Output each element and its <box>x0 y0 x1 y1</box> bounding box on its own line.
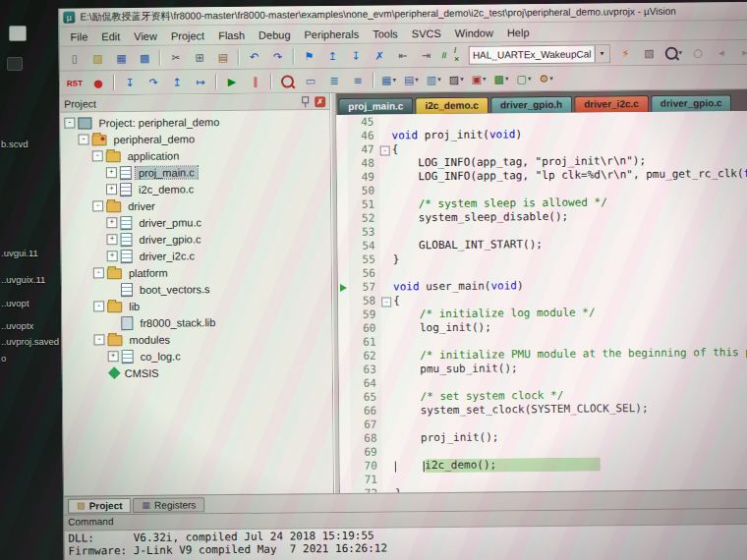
chevron-down-icon[interactable]: ▾ <box>594 45 608 62</box>
chevron-down-icon[interactable]: ▾ <box>483 76 487 84</box>
desktop-item-label[interactable]: .uvgui.11 <box>1 248 38 258</box>
menu-edit[interactable]: Edit <box>94 28 127 44</box>
menu-debug[interactable]: Debug <box>252 27 298 42</box>
collapse-icon[interactable]: - <box>64 118 75 129</box>
expand-icon[interactable]: + <box>106 234 117 245</box>
collapse-icon[interactable]: - <box>93 267 104 278</box>
expand-icon[interactable]: + <box>108 351 119 362</box>
desktop-file-icon[interactable] <box>9 26 27 41</box>
project-tree[interactable]: -Project: peripheral_demo-peripheral_dem… <box>60 110 333 496</box>
menu-peripherals[interactable]: Peripherals <box>297 26 366 42</box>
run-to-cursor-icon[interactable]: ↦ <box>190 72 211 92</box>
redo-icon[interactable]: ↷ <box>267 46 289 67</box>
stop-debug-icon[interactable]: ● <box>87 73 109 93</box>
collapse-icon[interactable]: - <box>93 301 104 311</box>
command-output[interactable]: DLL: V6.32i, compiled Jul 24 2018 15:19:… <box>64 525 747 560</box>
expand-icon[interactable]: + <box>106 217 117 228</box>
command-window-icon[interactable]: ▭ <box>300 71 321 91</box>
close-icon[interactable]: ✗ <box>315 96 325 107</box>
pin-icon[interactable] <box>301 96 311 106</box>
toolbox-icon[interactable]: ⚙▾ <box>536 68 556 88</box>
chevron-down-icon[interactable]: ▾ <box>415 76 419 84</box>
serial-window-icon[interactable]: ▥▾ <box>424 69 444 89</box>
reset-icon[interactable]: RST <box>64 73 86 93</box>
tree-item-cmsis[interactable]: CMSIS <box>63 363 332 382</box>
memory-window-icon[interactable]: ▤▾ <box>401 70 422 90</box>
target-options-icon[interactable]: ▧ <box>638 42 660 63</box>
system-viewer-icon[interactable]: ▩▾ <box>490 69 511 89</box>
collapse-icon[interactable]: - <box>92 200 103 211</box>
save-icon[interactable]: ▦ <box>110 48 132 69</box>
restore-views-icon[interactable]: ▢▾ <box>513 69 534 89</box>
menu-window[interactable]: Window <box>448 25 500 41</box>
paste-icon[interactable]: ▤ <box>212 47 234 68</box>
chevron-down-icon[interactable]: ▾ <box>460 76 464 84</box>
editor-tab-i2c-demo-c[interactable]: i2c_demo.c <box>415 97 488 115</box>
desktop-item-label[interactable]: ..uvguix.11 <box>1 274 45 285</box>
outdent-icon[interactable]: ⇤ <box>392 45 414 66</box>
editor-tab-driver-gpio-c[interactable]: driver_gpio.c <box>651 94 732 112</box>
chevron-down-icon[interactable]: ▾ <box>678 49 682 57</box>
menu-file[interactable]: File <box>63 28 94 44</box>
menu-help[interactable]: Help <box>500 25 537 40</box>
step-into-icon[interactable]: ↧ <box>119 72 141 92</box>
uncomment-icon[interactable]: /× <box>451 44 464 65</box>
find-in-files-icon[interactable]: ▾ <box>661 42 685 63</box>
halt-icon[interactable]: ∥ <box>245 71 266 91</box>
fold-collapse-icon[interactable]: - <box>380 145 390 155</box>
workspace-tab-project[interactable]: ▨Project <box>68 498 132 514</box>
chevron-down-icon[interactable]: ▾ <box>505 75 509 83</box>
copy-icon[interactable]: ⊞ <box>189 47 210 68</box>
clear-bookmarks-icon[interactable]: ✗ <box>369 45 390 66</box>
analysis-window-icon[interactable]: ▨▾ <box>446 69 467 89</box>
expand-icon[interactable]: + <box>107 251 118 261</box>
editor-tab-driver-gpio-h[interactable]: driver_gpio.h <box>490 96 573 114</box>
new-file-icon[interactable]: ▯ <box>64 48 86 69</box>
step-out-icon[interactable]: ↥ <box>166 72 188 92</box>
desktop-item-label[interactable]: o <box>1 353 6 364</box>
nav-back-icon[interactable]: ◂ <box>711 42 732 63</box>
trace-window-icon[interactable]: ▣▾ <box>469 69 489 89</box>
desktop-item-label[interactable]: ..uvproj.saved <box>1 336 59 347</box>
menu-tools[interactable]: Tools <box>366 26 405 41</box>
editor-tab-proj-main-c[interactable]: proj_main.c <box>338 97 413 115</box>
workspace-tab-registers[interactable]: ▦Registers <box>133 497 204 513</box>
desktop-item-label[interactable]: b.scvd <box>1 139 28 149</box>
desktop-item-label[interactable]: ..uvoptx <box>1 320 33 331</box>
editor-tab-driver-i2c-c[interactable]: driver_i2c.c <box>574 95 649 113</box>
step-over-icon[interactable]: ↷ <box>143 72 164 92</box>
comment-icon[interactable]: // <box>439 44 450 65</box>
flash-download-icon[interactable]: ⚡ <box>614 43 636 64</box>
menu-flash[interactable]: Flash <box>211 27 252 42</box>
forum-icon[interactable]: ○ <box>687 42 709 63</box>
save-all-icon[interactable]: ▩ <box>134 47 155 68</box>
collapse-icon[interactable]: - <box>93 334 104 345</box>
symbols-window-icon[interactable]: ≡ <box>347 70 369 90</box>
chevron-down-icon[interactable]: ▾ <box>437 76 441 84</box>
expand-icon[interactable]: + <box>106 184 117 195</box>
fold-collapse-icon[interactable]: - <box>381 297 391 307</box>
collapse-icon[interactable]: - <box>78 134 88 144</box>
collapse-icon[interactable]: - <box>92 150 103 161</box>
open-folder-icon[interactable]: ▨ <box>87 48 109 69</box>
menu-project[interactable]: Project <box>164 28 211 43</box>
next-bookmark-icon[interactable]: ↧ <box>345 45 367 66</box>
prev-bookmark-icon[interactable]: ↥ <box>321 45 343 66</box>
desktop-folder-icon[interactable] <box>7 57 23 71</box>
bookmark-icon[interactable]: ⚑ <box>298 46 319 67</box>
cut-icon[interactable]: ✂ <box>165 47 187 68</box>
undo-icon[interactable]: ↶ <box>244 46 265 67</box>
target-select[interactable]: HAL_UARTEx_WakeupCal ▾ <box>469 44 610 64</box>
code-area[interactable]: 4546void proj_init(void)47-{48 LOG_INFO(… <box>336 111 747 493</box>
disassembly-window-icon[interactable]: ≣ <box>323 70 345 90</box>
menu-svcs[interactable]: SVCS <box>405 25 448 40</box>
watch-window-icon[interactable]: ▦▾ <box>378 70 399 90</box>
chevron-down-icon[interactable]: ▾ <box>392 76 396 84</box>
desktop-item-label[interactable]: ..uvopt <box>1 298 29 308</box>
run-icon[interactable]: ▶ <box>221 71 243 91</box>
chevron-down-icon[interactable]: ▾ <box>549 75 553 83</box>
chevron-down-icon[interactable]: ▾ <box>528 75 532 83</box>
menu-view[interactable]: View <box>127 28 164 43</box>
indent-icon[interactable]: ⇥ <box>416 45 437 66</box>
expand-icon[interactable]: + <box>106 167 117 178</box>
